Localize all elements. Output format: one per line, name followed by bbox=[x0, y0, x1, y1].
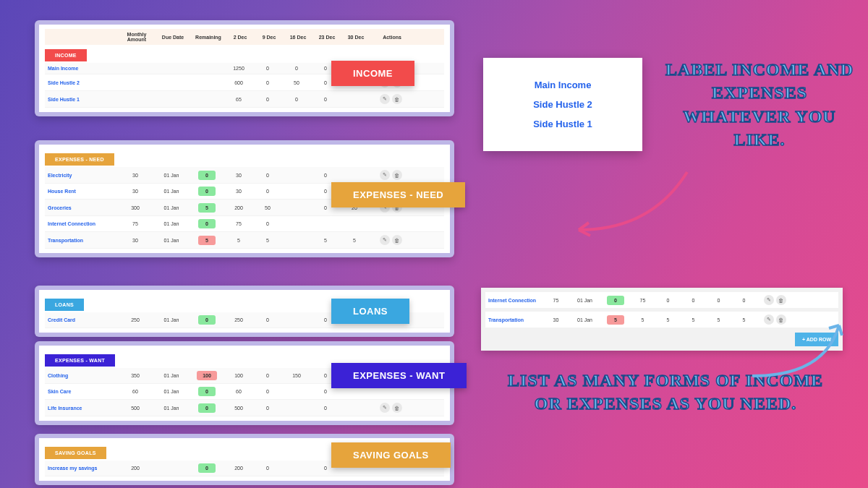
cell: 5 bbox=[630, 317, 655, 322]
cell: 01 Jan bbox=[569, 317, 601, 322]
cell: 0 bbox=[311, 406, 340, 411]
cell: 5 bbox=[253, 238, 282, 243]
cell-remaining: 0 bbox=[190, 219, 224, 228]
badge-loans: LOANS bbox=[331, 299, 409, 324]
cell: 0 bbox=[253, 80, 282, 85]
row-name[interactable]: Credit Card bbox=[45, 317, 117, 322]
edit-icon[interactable]: ✎ bbox=[380, 403, 390, 413]
table-row: Internet Connection7501 Jan0750000✎🗑 bbox=[485, 292, 838, 309]
row-name[interactable]: Main Income bbox=[45, 66, 117, 71]
cell: 0 bbox=[253, 173, 282, 178]
cell: 0 bbox=[282, 66, 311, 71]
cell-remaining: 0 bbox=[190, 187, 224, 196]
actions: ✎🗑 bbox=[757, 295, 793, 305]
row-name[interactable]: Electricity bbox=[45, 173, 117, 178]
cell: 01 Jan bbox=[153, 205, 190, 210]
cell: 200 bbox=[117, 466, 153, 471]
badge-need: EXPENSES - NEED bbox=[331, 182, 465, 207]
cell: 200 bbox=[224, 466, 253, 471]
detail-item[interactable]: Main Income bbox=[505, 80, 621, 90]
cell: 300 bbox=[117, 205, 153, 210]
cell-remaining: 0 bbox=[190, 463, 224, 473]
cell: 150 bbox=[282, 373, 311, 378]
row-name[interactable]: Life Insurance bbox=[45, 406, 117, 411]
cell: 01 Jan bbox=[153, 221, 190, 226]
cell: 0 bbox=[311, 97, 340, 102]
badge-saving: SAVING GOALS bbox=[331, 442, 451, 468]
caption-1: LABEL INCOME AND EXPENSES WHATEVER YOU L… bbox=[658, 58, 861, 152]
cell: 65 bbox=[224, 97, 253, 102]
row-name[interactable]: House Rent bbox=[45, 189, 117, 194]
cell: 5 bbox=[706, 317, 731, 322]
want-label: EXPENSES - WANT bbox=[45, 354, 115, 367]
detail-item[interactable]: Side Hustle 1 bbox=[505, 119, 621, 129]
saving-label: SAVING GOALS bbox=[45, 447, 106, 459]
cell: 30 bbox=[224, 189, 253, 194]
cell: 5 bbox=[311, 238, 340, 243]
row-name[interactable]: Side Hustle 1 bbox=[45, 97, 117, 102]
cell: 0 bbox=[253, 97, 282, 102]
delete-icon[interactable]: 🗑 bbox=[776, 295, 786, 305]
badge-want: EXPENSES - WANT bbox=[331, 363, 467, 388]
cell: 0 bbox=[311, 173, 340, 178]
cell: 30 bbox=[117, 189, 153, 194]
cell: 30 bbox=[543, 317, 569, 322]
need-label: EXPENSES - NEED bbox=[45, 153, 114, 166]
cell: 75 bbox=[224, 221, 253, 226]
delete-icon[interactable]: 🗑 bbox=[392, 170, 402, 180]
row-name[interactable]: Increase my savings bbox=[45, 466, 117, 471]
delete-icon[interactable]: 🗑 bbox=[392, 235, 402, 245]
income-label: INCOME bbox=[45, 49, 87, 61]
edit-icon[interactable]: ✎ bbox=[764, 295, 774, 305]
row-name[interactable]: Groceries bbox=[45, 205, 117, 210]
cell: 0 bbox=[253, 221, 282, 226]
cell: 01 Jan bbox=[153, 317, 190, 322]
arrow-1 bbox=[564, 165, 709, 252]
cell: 01 Jan bbox=[153, 389, 190, 394]
detail-item[interactable]: Side Hustle 2 bbox=[505, 99, 621, 110]
cell: 250 bbox=[117, 317, 153, 322]
cell-remaining: 0 bbox=[601, 296, 630, 305]
cell: 500 bbox=[224, 406, 253, 411]
row-name[interactable]: Clothing bbox=[45, 373, 117, 378]
cell: 5 bbox=[681, 317, 706, 322]
row-name[interactable]: Side Hustle 2 bbox=[45, 80, 117, 85]
cell-remaining: 5 bbox=[190, 203, 224, 213]
cell: 30 bbox=[117, 173, 153, 178]
cell: 50 bbox=[253, 205, 282, 210]
cell: 30 bbox=[224, 173, 253, 178]
table-row: Internet Connection7501 Jan0750 bbox=[45, 216, 444, 232]
cell: 500 bbox=[117, 406, 153, 411]
cell: 5 bbox=[224, 238, 253, 243]
cell-remaining: 0 bbox=[190, 315, 224, 325]
arrow-2 bbox=[745, 311, 861, 383]
table-row: Transportation3001 Jan55555✎🗑 bbox=[45, 232, 444, 249]
edit-icon[interactable]: ✎ bbox=[380, 235, 390, 245]
table-row: Electricity3001 Jan03000✎🗑 bbox=[45, 167, 444, 184]
cell: 100 bbox=[224, 373, 253, 378]
cell: 200 bbox=[224, 205, 253, 210]
row-name[interactable]: Internet Connection bbox=[485, 298, 543, 303]
cell: 75 bbox=[117, 221, 153, 226]
row-name[interactable]: Transportation bbox=[485, 317, 543, 322]
row-name[interactable]: Transportation bbox=[45, 238, 117, 243]
row-name[interactable]: Skin Care bbox=[45, 389, 117, 394]
actions: ✎🗑 bbox=[369, 235, 412, 245]
edit-icon[interactable]: ✎ bbox=[380, 94, 390, 104]
delete-icon[interactable]: 🗑 bbox=[392, 94, 402, 104]
cell: 0 bbox=[731, 298, 757, 303]
cell: 50 bbox=[282, 80, 311, 85]
actions: ✎🗑 bbox=[369, 170, 412, 180]
badge-income: INCOME bbox=[331, 61, 414, 86]
row-name[interactable]: Internet Connection bbox=[45, 221, 117, 226]
cell: 01 Jan bbox=[153, 173, 190, 178]
cell: 5 bbox=[655, 317, 681, 322]
cell: 0 bbox=[681, 298, 706, 303]
edit-icon[interactable]: ✎ bbox=[380, 170, 390, 180]
table-header: Monthly AmountDue DateRemaining2 Dec9 De… bbox=[45, 29, 444, 45]
delete-icon[interactable]: 🗑 bbox=[392, 403, 402, 413]
cell: 0 bbox=[655, 298, 681, 303]
cell: 01 Jan bbox=[569, 298, 601, 303]
cell: 600 bbox=[224, 80, 253, 85]
cell: 5 bbox=[340, 238, 369, 243]
